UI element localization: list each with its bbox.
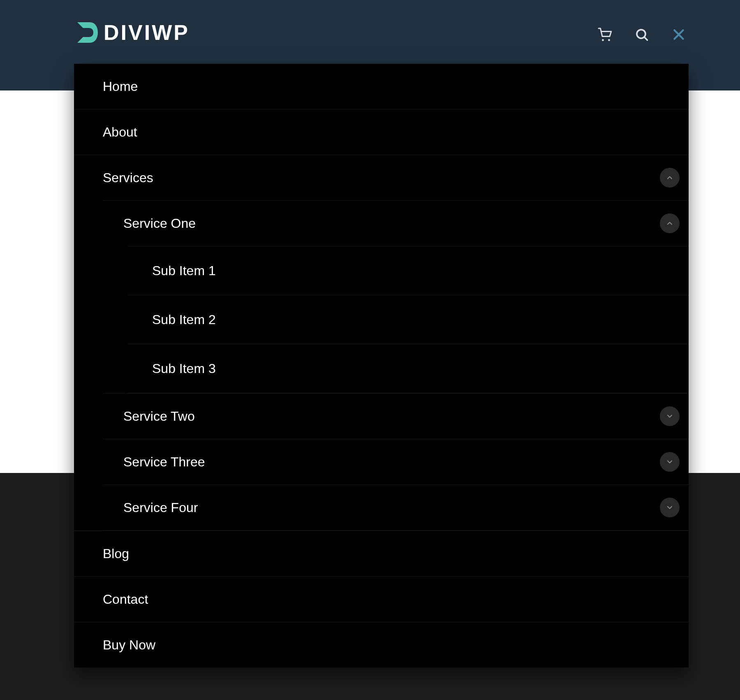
menu-item-label: Home xyxy=(74,79,138,94)
close-icon[interactable] xyxy=(669,25,689,44)
menu-item-label: Contact xyxy=(74,592,148,607)
menu-item-contact[interactable]: Contact xyxy=(74,577,689,622)
svg-point-0 xyxy=(602,39,604,41)
menu-item-sub-item-1[interactable]: Sub Item 1 xyxy=(127,246,689,295)
svg-point-1 xyxy=(608,39,610,41)
menu-item-buy-now[interactable]: Buy Now xyxy=(74,622,689,668)
menu-item-sub-item-2[interactable]: Sub Item 2 xyxy=(127,295,689,344)
menu-item-label: Services xyxy=(74,170,153,185)
menu-item-label: Service Three xyxy=(103,454,205,470)
menu-item-label: About xyxy=(74,125,137,140)
menu-item-about[interactable]: About xyxy=(74,109,689,155)
menu-item-label: Sub Item 1 xyxy=(127,263,216,278)
menu-item-home[interactable]: Home xyxy=(74,64,689,109)
menu-item-label: Blog xyxy=(74,546,129,561)
chevron-down-icon[interactable] xyxy=(660,498,680,517)
menu-item-service-three[interactable]: Service Three xyxy=(103,439,689,485)
menu-item-service-four[interactable]: Service Four xyxy=(103,485,689,531)
menu-item-service-two[interactable]: Service Two xyxy=(103,394,689,439)
search-icon[interactable] xyxy=(632,25,652,44)
menu-item-label: Service Four xyxy=(103,500,198,515)
menu-item-label: Buy Now xyxy=(74,637,155,653)
cart-icon[interactable] xyxy=(595,25,615,44)
menu-item-label: Sub Item 3 xyxy=(127,361,216,376)
chevron-down-icon[interactable] xyxy=(660,452,680,472)
chevron-up-icon[interactable] xyxy=(660,168,680,188)
logo-icon xyxy=(74,20,99,45)
chevron-down-icon[interactable] xyxy=(660,406,680,426)
menu-item-label: Service One xyxy=(103,216,196,231)
menu-item-label: Sub Item 2 xyxy=(127,312,216,327)
chevron-up-icon[interactable] xyxy=(660,213,680,233)
menu-item-services[interactable]: Services Service One Sub Item 1Sub Item … xyxy=(74,155,689,531)
mobile-menu: HomeAboutServices Service One Sub Item 1… xyxy=(74,64,689,668)
menu-item-service-one[interactable]: Service One Sub Item 1Sub Item 2Sub Item… xyxy=(103,200,689,394)
header-icons xyxy=(595,25,689,44)
svg-line-3 xyxy=(644,37,648,40)
menu-item-sub-item-3[interactable]: Sub Item 3 xyxy=(127,344,689,393)
logo-text: DIVIWP xyxy=(104,20,190,45)
menu-item-blog[interactable]: Blog xyxy=(74,531,689,577)
menu-item-label: Service Two xyxy=(103,409,195,424)
site-logo[interactable]: DIVIWP xyxy=(74,20,190,45)
